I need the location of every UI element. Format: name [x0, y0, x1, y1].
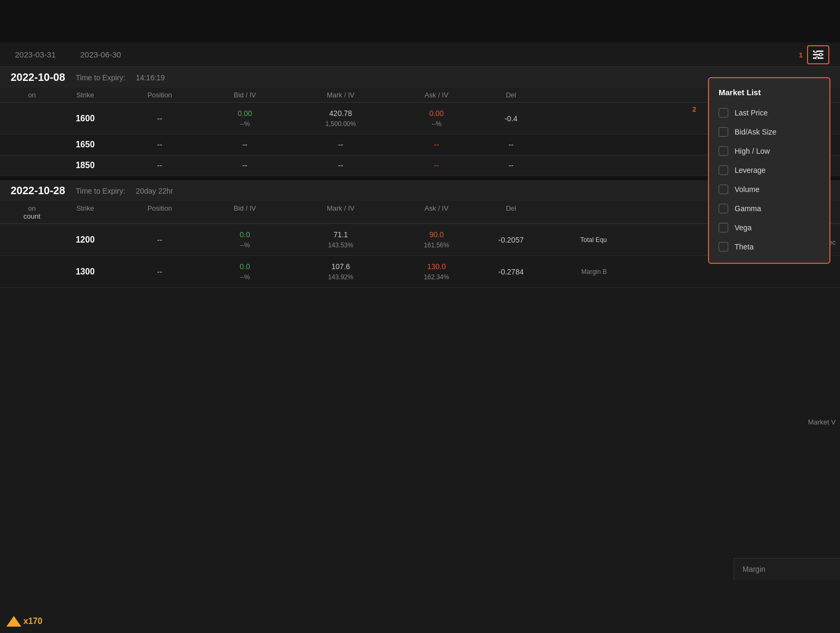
- cell-ask: --: [394, 161, 479, 170]
- dropdown-item-leverage[interactable]: Leverage: [709, 161, 829, 180]
- cell-strike: 1200: [53, 235, 117, 245]
- dropdown-item-vega[interactable]: Vega: [709, 218, 829, 237]
- checkbox-volume[interactable]: [719, 185, 728, 194]
- dropdown-label-high-low: High / Low: [735, 147, 770, 155]
- cell-delta: -0.4: [479, 114, 543, 123]
- badge-2: 2: [693, 105, 696, 113]
- dropdown-label-vega: Vega: [735, 223, 752, 232]
- cell-ask: 90.0 161.56%: [394, 229, 479, 250]
- checkbox-vega[interactable]: [719, 223, 728, 232]
- filter-icon: [813, 51, 823, 59]
- col-strike-2: Strike: [53, 204, 117, 212]
- right-labels: Market V: [808, 415, 836, 429]
- cell-position: --: [117, 140, 202, 149]
- cell-bid: --: [202, 140, 287, 149]
- cell-ask: --: [394, 140, 479, 149]
- top-bar: [0, 0, 840, 43]
- col-mark-iv: Mark / IV: [287, 91, 394, 99]
- date-tab-1[interactable]: 2023-03-31: [11, 48, 60, 61]
- dropdown-label-bid-ask-size: Bid/Ask Size: [735, 128, 777, 136]
- filter-button[interactable]: [807, 45, 829, 64]
- col-bid-iv-2: Bid / IV: [202, 204, 287, 212]
- col-strike: Strike: [53, 91, 117, 99]
- cell-total-equ: Total Equ: [543, 236, 607, 244]
- cell-strike: 1650: [53, 140, 117, 149]
- col-position: Position: [117, 91, 202, 99]
- cell-strike: 1600: [53, 114, 117, 123]
- dropdown-item-high-low[interactable]: High / Low: [709, 141, 829, 161]
- dropdown-title: Market List: [709, 85, 829, 103]
- col-extra-2: [543, 204, 607, 212]
- dropdown-label-volume: Volume: [735, 185, 760, 194]
- cell-position: --: [117, 161, 202, 170]
- cell-bid: 0.00 --%: [202, 108, 287, 129]
- col-ask-iv: Ask / IV: [394, 91, 479, 99]
- cell-mark: 420.78 1,500.00%: [287, 108, 394, 129]
- col-type-2: on: [11, 204, 53, 212]
- col-type: on: [11, 91, 53, 99]
- date-tab-2[interactable]: 2023-06-30: [76, 48, 126, 61]
- badge-1: 1: [799, 51, 803, 59]
- dropdown-item-bid-ask-size[interactable]: Bid/Ask Size: [709, 122, 829, 141]
- cell-mark: 71.1 143.53%: [287, 229, 394, 250]
- col-delta: Del: [479, 91, 543, 99]
- logo-text: x170: [23, 617, 43, 626]
- expiry-time-value-2: 20day 22hr: [136, 187, 173, 195]
- col-mark-iv-2: Mark / IV: [287, 204, 394, 212]
- cell-ask: 0.00 --%: [394, 108, 479, 129]
- dropdown-label-gamma: Gamma: [735, 204, 761, 213]
- cell-ask: 130.0 162.34%: [394, 261, 479, 282]
- cell-delta: -0.2057: [479, 236, 543, 244]
- cell-position: --: [117, 114, 202, 123]
- expiry-date-2: 2022-10-28: [11, 185, 65, 197]
- checkbox-high-low[interactable]: [719, 146, 728, 156]
- expiry-time-label-1: Time to Expiry:: [76, 73, 125, 82]
- expiry-date-1: 2022-10-08: [11, 71, 65, 84]
- cell-delta: -0.2784: [479, 268, 543, 276]
- logo-icon: [6, 616, 21, 627]
- dropdown-item-last-price[interactable]: Last Price: [709, 103, 829, 122]
- expiry-time-value-1: 14:16:19: [136, 73, 165, 82]
- cell-delta: --: [479, 161, 543, 170]
- checkbox-leverage[interactable]: [719, 165, 728, 175]
- dropdown-item-volume[interactable]: Volume: [709, 180, 829, 199]
- col-extra1: [543, 91, 607, 99]
- cell-mark: --: [287, 161, 394, 170]
- svg-point-5: [816, 56, 819, 59]
- dropdown-item-theta[interactable]: Theta: [709, 237, 829, 256]
- col-delta-2: Del: [479, 204, 543, 212]
- dropdown-item-gamma[interactable]: Gamma: [709, 199, 829, 218]
- dropdown-label-theta: Theta: [735, 243, 754, 251]
- dropdown-label-leverage: Leverage: [735, 166, 765, 174]
- col-position-2: Position: [117, 204, 202, 212]
- checkbox-bid-ask-size[interactable]: [719, 127, 728, 137]
- checkbox-gamma[interactable]: [719, 204, 728, 213]
- svg-point-4: [820, 53, 822, 56]
- cell-position: --: [117, 236, 202, 244]
- expiry-time-label-2: Time to Expiry:: [76, 187, 125, 195]
- cell-margin-b: Margin B: [543, 268, 607, 276]
- col-bid-iv: Bid / IV: [202, 91, 287, 99]
- cell-bid: 0.0 --%: [202, 261, 287, 282]
- date-tabs-row: 2023-03-31 2023-06-30 1: [0, 43, 840, 67]
- checkbox-last-price[interactable]: [719, 108, 728, 118]
- margin-section: Margin: [734, 558, 840, 580]
- cell-bid: --: [202, 161, 287, 170]
- cell-mark: 107.6 143.92%: [287, 261, 394, 282]
- cell-delta: --: [479, 140, 543, 149]
- cell-strike: 1850: [53, 161, 117, 170]
- cell-mark: --: [287, 140, 394, 149]
- cell-strike: 1300: [53, 267, 117, 277]
- margin-label: Margin: [743, 565, 831, 573]
- dropdown-menu: Market List Last Price Bid/Ask Size High…: [708, 77, 830, 264]
- col-ask-iv-2: Ask / IV: [394, 204, 479, 212]
- dropdown-label-last-price: Last Price: [735, 109, 768, 117]
- cell-bid: 0.0 --%: [202, 229, 287, 250]
- market-v-label: Market V: [808, 415, 836, 429]
- checkbox-theta[interactable]: [719, 242, 728, 252]
- col-count: count: [11, 212, 53, 220]
- logo: x170: [6, 616, 43, 627]
- cell-position: --: [117, 268, 202, 276]
- svg-point-3: [814, 51, 817, 53]
